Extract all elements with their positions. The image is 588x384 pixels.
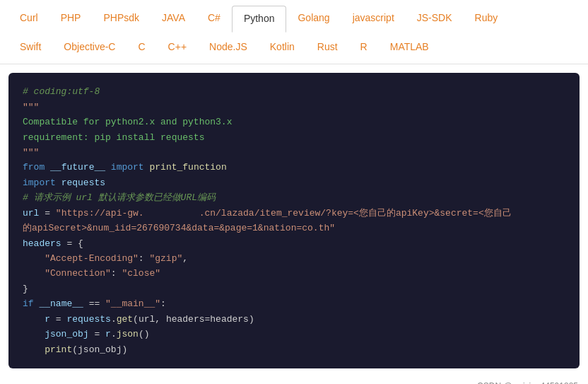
tab-javascript[interactable]: javascript	[341, 6, 406, 32]
tab-c++[interactable]: C++	[157, 35, 198, 60]
code-line: "Connection": "close"	[23, 266, 565, 281]
code-line: }	[23, 281, 565, 296]
tab-c#[interactable]: C#	[196, 6, 232, 32]
tab-c[interactable]: C	[127, 35, 156, 60]
tab-matlab[interactable]: MATLAB	[379, 35, 440, 60]
code-line: json_obj = r.json()	[23, 327, 565, 342]
code-line: headers = {	[23, 236, 565, 251]
code-line: """	[23, 100, 565, 115]
code-line: "Accept-Encoding": "gzip",	[23, 251, 565, 266]
tab-php[interactable]: PHP	[49, 6, 93, 32]
code-line: print(json_obj)	[23, 342, 565, 357]
code-line: r = requests.get(url, headers=headers)	[23, 312, 565, 327]
tab-golang[interactable]: Golang	[286, 6, 341, 32]
tab-rust[interactable]: Rust	[306, 35, 349, 60]
code-line: if __name__ == "__main__":	[23, 296, 565, 311]
tab-swift[interactable]: Swift	[8, 35, 52, 60]
tabs-row-1: CurlPHPPHPsdkJAVAC#PythonGolangjavascrip…	[8, 6, 580, 32]
tabs-container: CurlPHPPHPsdkJAVAC#PythonGolangjavascrip…	[0, 0, 588, 64]
tab-ruby[interactable]: Ruby	[464, 6, 510, 32]
code-line: """	[23, 145, 565, 160]
tab-java[interactable]: JAVA	[151, 6, 196, 32]
code-line: # coding:utf-8	[23, 84, 565, 99]
tab-objective-c[interactable]: Objective-C	[52, 35, 127, 60]
code-line: Compatible for python2.x and python3.x	[23, 115, 565, 129]
tabs-row-2: SwiftObjective-CCC++Node.JSKotlinRustRMA…	[8, 32, 580, 64]
code-line: from __future__ import print_function	[23, 160, 565, 175]
code-line: # 请求示例 url 默认请求参数已经做URL编码	[23, 190, 565, 205]
tab-kotlin[interactable]: Kotlin	[259, 35, 306, 60]
code-block: # coding:utf-8"""Compatible for python2.…	[8, 73, 580, 368]
tab-curl[interactable]: Curl	[8, 6, 49, 32]
code-line: import requests	[23, 175, 565, 190]
tab-r[interactable]: R	[349, 35, 379, 60]
code-line: url = "https://api-gw. .cn/lazada/item_r…	[23, 206, 565, 236]
code-line: requirement: pip install requests	[23, 130, 565, 145]
watermark: CSDN @weixin_44591885	[0, 377, 588, 384]
tab-node.js[interactable]: Node.JS	[198, 35, 259, 60]
tab-python[interactable]: Python	[232, 6, 287, 33]
tab-js-sdk[interactable]: JS-SDK	[406, 6, 464, 32]
tab-phpsdk[interactable]: PHPsdk	[92, 6, 151, 32]
